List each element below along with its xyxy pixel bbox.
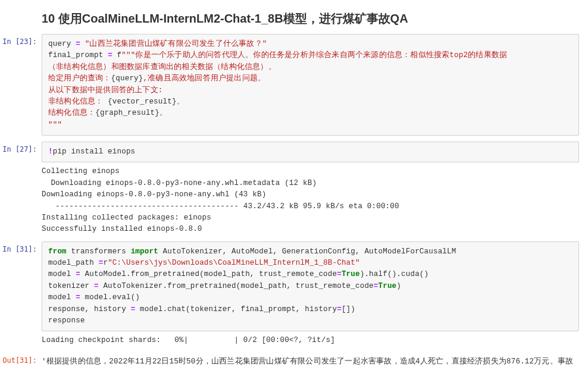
code-token: model bbox=[48, 293, 76, 302]
code-token: True bbox=[342, 270, 360, 278]
code-token: {graph_result} bbox=[95, 109, 159, 117]
in-prompt: In [31]: bbox=[0, 241, 42, 253]
code-token: {vector_result} bbox=[108, 98, 177, 106]
code-token: "山西兰花集团营山煤矿有限公司发生了什么事故？" bbox=[85, 40, 267, 48]
stdout-output: Loading checkpoint shards: 0%| | 0/2 [00… bbox=[42, 331, 579, 346]
code-token: transformers bbox=[67, 247, 131, 256]
code-token: import bbox=[131, 247, 158, 256]
code-input[interactable]: query = "山西兰花集团营山煤矿有限公司发生了什么事故？" final_p… bbox=[42, 34, 579, 136]
code-token: model.eval() bbox=[80, 293, 140, 302]
code-token: = bbox=[76, 40, 80, 48]
code-token: response, history bbox=[48, 305, 131, 313]
code-token: = bbox=[76, 270, 80, 278]
code-cell-27: In [27]: !pip install einops Collecting … bbox=[0, 142, 588, 236]
code-token: = bbox=[337, 270, 342, 278]
code-token: AutoTokenizer, AutoModel, GenerationConf… bbox=[158, 247, 456, 256]
code-input[interactable]: !pip install einops bbox=[42, 142, 579, 162]
code-token: pip install einops bbox=[53, 148, 136, 156]
code-token: response bbox=[48, 316, 85, 325]
code-token: model.chat(tokenizer, final_prompt, hist… bbox=[135, 305, 337, 313]
code-token: = bbox=[94, 282, 99, 290]
section-heading: 10 使用CoalMineLLM-InternLM2-Chat-1_8B模型，进… bbox=[0, 6, 588, 34]
code-token: = bbox=[374, 282, 379, 290]
out-prompt: Out[31]: bbox=[0, 353, 42, 365]
code-token: = bbox=[76, 293, 80, 302]
code-token: model_path bbox=[48, 259, 99, 267]
code-token: True bbox=[379, 282, 397, 290]
code-token: {query} bbox=[111, 74, 143, 83]
notebook: 10 使用CoalMineLLM-InternLM2-Chat-1_8B模型，进… bbox=[0, 0, 588, 367]
code-token: []) bbox=[342, 305, 355, 313]
code-token: final_prompt bbox=[48, 51, 108, 59]
code-cell-23: In [23]: query = "山西兰花集团营山煤矿有限公司发生了什么事故？… bbox=[0, 34, 588, 136]
code-token: AutoTokenizer.from_pretrained(model_path… bbox=[99, 282, 374, 290]
stdout-output: Collecting einops Downloading einops-0.8… bbox=[42, 162, 579, 235]
code-token: query bbox=[48, 40, 76, 48]
code-token: tokenizer bbox=[48, 282, 94, 290]
code-cell-31: In [31]: from transformers import AutoTo… bbox=[0, 241, 588, 347]
code-token: = bbox=[337, 305, 342, 313]
code-token: model bbox=[48, 270, 76, 278]
code-token: r bbox=[103, 259, 108, 267]
in-prompt: In [23]: bbox=[0, 34, 42, 46]
code-token bbox=[80, 40, 85, 48]
output-cell-31: Out[31]: '根据提供的信息，2022年11月22日15时50分，山西兰花… bbox=[0, 353, 588, 367]
in-prompt: In [27]: bbox=[0, 142, 42, 153]
code-token: ) bbox=[396, 282, 401, 290]
code-token: f bbox=[112, 51, 121, 59]
code-input[interactable]: from transformers import AutoTokenizer, … bbox=[42, 241, 579, 332]
code-token: from bbox=[48, 247, 67, 256]
code-token: AutoModel.from_pretrained(model_path, tr… bbox=[80, 270, 337, 278]
code-token: = bbox=[108, 51, 112, 59]
result-output: '根据提供的信息，2022年11月22日15时50分，山西兰花集团营山煤矿有限公… bbox=[42, 353, 579, 367]
code-token: ! bbox=[48, 148, 53, 156]
code-token: "C:\Users\jys\Downloads\CoalMineLLM_Inte… bbox=[108, 259, 360, 267]
code-token: ).half().cuda() bbox=[360, 270, 429, 278]
